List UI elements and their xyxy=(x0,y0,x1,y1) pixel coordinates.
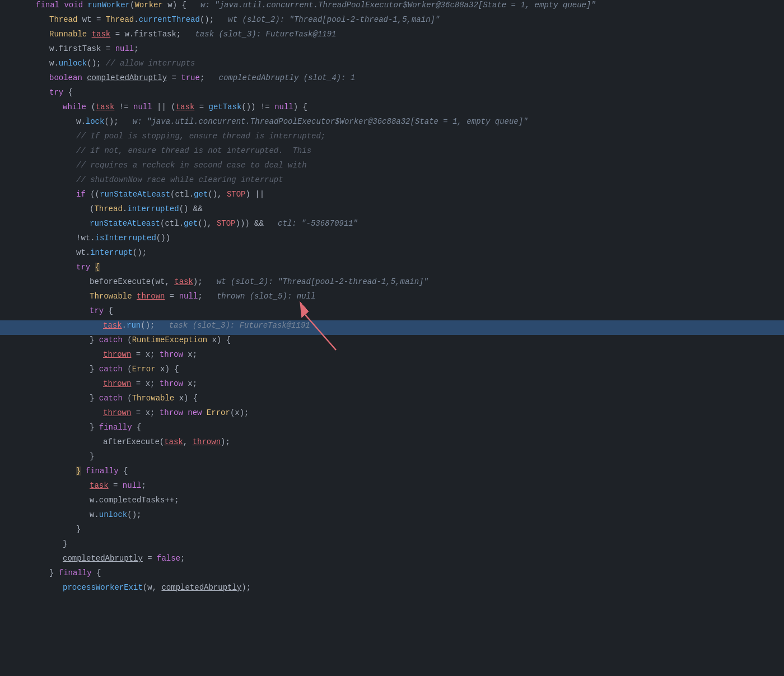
line-code: !wt.isInterrupted()) xyxy=(34,234,784,243)
code-token: } xyxy=(90,394,99,403)
code-token: Thread xyxy=(49,15,77,24)
code-token: ()) xyxy=(156,234,170,243)
code-line: wt.interrupt(); xyxy=(0,248,784,262)
code-token: } xyxy=(63,539,67,548)
line-code: } catch (Throwable x) { xyxy=(34,394,784,403)
code-token: Error xyxy=(132,365,156,374)
line-code: Thread wt = Thread.currentThread(); wt (… xyxy=(34,15,784,24)
code-token: null xyxy=(133,102,152,111)
code-token: Runnable xyxy=(49,30,87,39)
code-token: true xyxy=(181,73,200,82)
code-token: null xyxy=(123,481,142,490)
code-token: get xyxy=(194,190,208,199)
code-line: final void runWorker(Worker w) { w: "jav… xyxy=(0,0,784,15)
code-token xyxy=(81,467,85,475)
code-token: || ( xyxy=(152,102,176,111)
line-code: // requires a recheck in second case to … xyxy=(34,161,784,170)
code-token: w.completedTasks++; xyxy=(90,496,179,505)
code-token: { xyxy=(95,263,100,272)
line-code: wt.interrupt(); xyxy=(34,248,784,257)
code-token: final xyxy=(36,1,64,10)
code-token: x; xyxy=(183,350,197,359)
code-token: throw xyxy=(160,379,183,388)
code-token: (); xyxy=(87,59,106,68)
code-line: processWorkerExit(w, completedAbruptly); xyxy=(0,582,784,597)
code-line: thrown = x; throw new Error(x); xyxy=(0,408,784,422)
code-token: // shutdownNow race while clearing inter… xyxy=(76,175,283,184)
code-token: ; xyxy=(134,44,138,53)
line-code: task.run(); task (slot_3): FutureTask@11… xyxy=(34,321,784,330)
code-token: interrupted xyxy=(127,204,179,213)
code-token: (); xyxy=(104,117,128,126)
code-token: thrown xyxy=(103,350,131,359)
code-token: isInterrupted xyxy=(95,234,156,243)
line-code: final void runWorker(Worker w) { w: "jav… xyxy=(34,1,784,10)
line-code: if ((runStateAtLeast(ctl.get(), STOP) || xyxy=(34,190,784,199)
code-token: = xyxy=(165,292,179,301)
code-token: . xyxy=(134,15,138,24)
code-token: = xyxy=(167,73,181,82)
code-token: { xyxy=(137,423,141,432)
code-token: = xyxy=(109,481,123,490)
code-token: { xyxy=(123,467,128,475)
code-token: (); xyxy=(141,321,164,330)
code-token: finally xyxy=(86,467,123,475)
code-token: (x); xyxy=(230,408,249,417)
code-token: thrown xyxy=(103,379,131,388)
code-line: Thread wt = Thread.currentThread(); wt (… xyxy=(0,15,784,29)
code-token: Error xyxy=(207,408,230,417)
line-code: thrown = x; throw new Error(x); xyxy=(34,408,784,417)
code-token: = w.firstTask; xyxy=(110,30,190,39)
code-token: unlock xyxy=(99,510,127,519)
line-code: boolean completedAbruptly = true; comple… xyxy=(34,73,784,82)
code-line: } xyxy=(0,451,784,466)
code-line: } finally { xyxy=(0,568,784,582)
code-token: get xyxy=(184,219,198,228)
code-token: completedAbruptly xyxy=(87,73,167,82)
line-code: // If pool is stopping, ensure thread is… xyxy=(34,132,784,141)
code-token: w: "java.util.concurrent.ThreadPoolExecu… xyxy=(128,117,528,126)
code-token: w. xyxy=(90,510,99,519)
code-token: catch xyxy=(99,335,127,344)
code-line: runStateAtLeast(ctl.get(), STOP))) && ct… xyxy=(0,218,784,233)
code-token: = xyxy=(143,554,157,563)
code-token: } xyxy=(90,423,99,432)
line-code: } xyxy=(34,525,784,534)
code-token: catch xyxy=(99,394,127,403)
code-line: } catch (RuntimeException x) { xyxy=(0,335,784,349)
line-code: (Thread.interrupted() && xyxy=(34,204,784,213)
code-token: boolean xyxy=(49,73,87,82)
line-code: w.lock(); w: "java.util.concurrent.Threa… xyxy=(34,117,784,126)
code-editor: final void runWorker(Worker w) { w: "jav… xyxy=(0,0,784,597)
code-line: while (task != null || (task = getTask()… xyxy=(0,102,784,116)
code-token: if xyxy=(76,190,90,199)
line-code: // shutdownNow race while clearing inter… xyxy=(34,175,784,184)
code-line: w.completedTasks++; xyxy=(0,495,784,510)
code-line: boolean completedAbruptly = true; comple… xyxy=(0,73,784,87)
line-code: } xyxy=(34,539,784,548)
code-token: thrown xyxy=(137,292,165,301)
code-line: Runnable task = w.firstTask; task (slot_… xyxy=(0,29,784,44)
code-token: } xyxy=(49,568,59,577)
code-token: ); xyxy=(241,583,251,592)
code-token: finally xyxy=(99,423,137,432)
line-code: afterExecute(task, thrown); xyxy=(34,437,784,446)
code-token: (); xyxy=(133,248,147,257)
code-line: !wt.isInterrupted()) xyxy=(0,233,784,248)
code-token: w) { xyxy=(163,1,196,10)
code-token: task xyxy=(96,102,115,111)
code-token: Throwable xyxy=(132,394,175,403)
code-token: ; xyxy=(180,554,185,563)
line-code: completedAbruptly = false; xyxy=(34,554,784,563)
code-line: try { xyxy=(0,87,784,102)
code-token: task (slot_3): FutureTask@1191 xyxy=(164,321,310,330)
code-line: } xyxy=(0,539,784,553)
code-token: // if not, ensure thread is not interrup… xyxy=(76,146,311,155)
code-token: } xyxy=(90,335,99,344)
code-line: try { xyxy=(0,306,784,320)
line-code: thrown = x; throw x; xyxy=(34,350,784,359)
code-line: completedAbruptly = false; xyxy=(0,553,784,568)
code-line: w.firstTask = null; xyxy=(0,44,784,58)
code-token: ))) && xyxy=(235,219,273,228)
line-code: task = null; xyxy=(34,481,784,490)
